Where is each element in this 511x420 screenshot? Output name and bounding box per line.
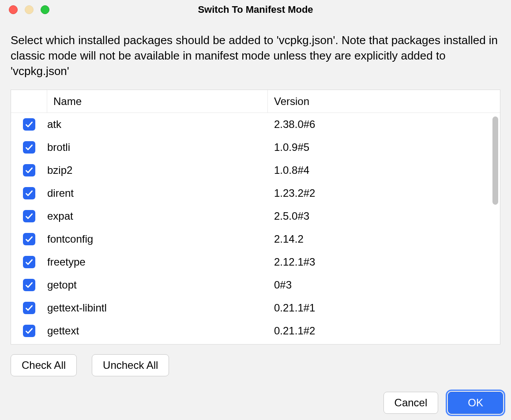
package-checkbox[interactable] (23, 279, 35, 291)
package-checkbox[interactable] (23, 233, 35, 245)
titlebar: Switch To Manifest Mode (0, 0, 511, 19)
package-checkbox[interactable] (23, 325, 35, 337)
check-all-button[interactable]: Check All (11, 354, 77, 376)
dialog-description: Select which installed packages should b… (11, 33, 500, 79)
cell-checkbox (11, 256, 47, 268)
package-name: expat (47, 210, 268, 222)
package-name: brotli (47, 141, 268, 154)
cell-checkbox (11, 141, 47, 154)
package-version: 2.5.0#3 (268, 210, 500, 222)
window-title: Switch To Manifest Mode (0, 4, 511, 15)
column-header-checkbox[interactable] (11, 90, 47, 112)
package-checkbox[interactable] (23, 164, 35, 176)
table-row[interactable]: brotli1.0.9#5 (11, 136, 500, 159)
package-name: freetype (47, 256, 268, 268)
package-version: 1.23.2#2 (268, 187, 500, 199)
table-row[interactable]: dirent1.23.2#2 (11, 182, 500, 205)
cell-checkbox (11, 187, 47, 199)
column-header-version[interactable]: Version (268, 90, 500, 112)
package-version: 2.12.1#3 (268, 256, 500, 268)
package-name: dirent (47, 187, 268, 199)
package-name: fontconfig (47, 233, 268, 245)
minimize-icon (25, 5, 34, 14)
table-header: Name Version (11, 90, 500, 113)
table-row[interactable]: expat2.5.0#3 (11, 205, 500, 228)
maximize-icon[interactable] (41, 5, 49, 14)
package-checkbox[interactable] (23, 302, 35, 314)
table-row[interactable]: bzip21.0.8#4 (11, 159, 500, 182)
table-row[interactable]: getopt0#3 (11, 274, 500, 296)
table-row[interactable]: freetype2.12.1#3 (11, 251, 500, 274)
package-name: bzip2 (47, 164, 268, 176)
package-name: atk (47, 118, 268, 131)
package-version: 1.0.8#4 (268, 164, 500, 176)
cell-checkbox (11, 233, 47, 245)
cell-checkbox (11, 118, 47, 131)
cell-checkbox (11, 302, 47, 314)
package-version: 2.38.0#6 (268, 118, 500, 131)
package-checkbox[interactable] (23, 187, 35, 199)
package-checkbox[interactable] (23, 210, 35, 222)
table-row[interactable]: gettext-libintl0.21.1#1 (11, 296, 500, 319)
close-icon[interactable] (9, 5, 18, 14)
table-row[interactable]: gettext0.21.1#2 (11, 319, 500, 342)
cell-checkbox (11, 210, 47, 222)
cell-checkbox (11, 279, 47, 291)
package-name: gettext-libintl (47, 302, 268, 314)
uncheck-all-button[interactable]: Uncheck All (92, 354, 169, 376)
scrollbar-thumb[interactable] (492, 116, 498, 205)
package-version: 0.21.1#1 (268, 302, 500, 314)
cell-checkbox (11, 325, 47, 337)
package-version: 2.14.2 (268, 233, 500, 245)
packages-table: Name Version atk2.38.0#6brotli1.0.9#5bzi… (11, 90, 500, 345)
package-version: 1.0.9#5 (268, 141, 500, 154)
package-name: gettext (47, 325, 268, 337)
column-header-name[interactable]: Name (47, 90, 268, 112)
package-version: 0.21.1#2 (268, 325, 500, 337)
table-row[interactable]: fontconfig2.14.2 (11, 228, 500, 251)
package-checkbox[interactable] (23, 118, 35, 131)
window-controls (0, 5, 49, 14)
table-body[interactable]: atk2.38.0#6brotli1.0.9#5bzip21.0.8#4dire… (11, 113, 500, 344)
ok-button[interactable]: OK (448, 392, 503, 414)
package-version: 0#3 (268, 279, 500, 291)
package-name: getopt (47, 279, 268, 291)
table-row[interactable]: atk2.38.0#6 (11, 113, 500, 136)
cell-checkbox (11, 164, 47, 176)
package-checkbox[interactable] (23, 256, 35, 268)
cancel-button[interactable]: Cancel (383, 392, 439, 414)
package-checkbox[interactable] (23, 141, 35, 154)
